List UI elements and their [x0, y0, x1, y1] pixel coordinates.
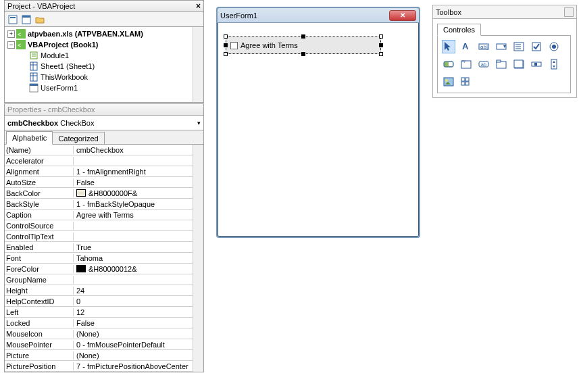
property-value[interactable]: 12 — [74, 308, 203, 316]
resize-handle[interactable] — [224, 34, 228, 39]
property-row[interactable]: BackColor&H8000000F& — [5, 188, 203, 199]
toolbox-grid: Aab|xyab — [437, 35, 571, 93]
property-name: Font — [5, 254, 74, 262]
refedit-icon[interactable] — [459, 75, 473, 89]
property-value[interactable]: 7 - fmPicturePositionAboveCenter — [74, 362, 203, 370]
property-row[interactable]: GroupName — [5, 274, 203, 285]
tab-categorized[interactable]: Categorized — [53, 132, 104, 145]
object-selector[interactable]: cmbCheckbox CheckBox ▾ — [4, 116, 204, 130]
property-row[interactable]: FontTahoma — [5, 253, 203, 264]
tab-alphabetic[interactable]: Alphabetic — [6, 131, 53, 145]
checkbox-box[interactable] — [230, 42, 238, 49]
property-row[interactable]: MousePointer0 - fmMousePointerDefault — [5, 339, 203, 350]
listbox-icon[interactable] — [512, 40, 526, 53]
svg-rect-18 — [30, 84, 38, 86]
property-row[interactable]: Alignment1 - fmAlignmentRight — [5, 166, 203, 177]
property-row[interactable]: ControlSource — [5, 220, 203, 231]
resize-handle[interactable] — [224, 43, 228, 47]
close-icon[interactable]: × — [195, 1, 202, 11]
properties-grid[interactable]: (Name)cmbCheckboxAcceleratorAlignment1 -… — [4, 144, 204, 372]
property-row[interactable]: ControlTipText — [5, 231, 203, 242]
property-value[interactable]: False — [74, 178, 203, 187]
commandbutton-icon[interactable]: ab — [477, 57, 490, 71]
vba-icon: < — [16, 29, 26, 39]
property-value[interactable]: &H8000000F& — [74, 189, 203, 197]
form-icon — [29, 83, 39, 93]
property-row[interactable]: HelpContextID0 — [5, 296, 203, 307]
property-value[interactable]: (None) — [74, 351, 203, 360]
combobox-icon[interactable] — [495, 40, 508, 53]
resize-handle[interactable] — [379, 43, 383, 47]
tree-item-label[interactable]: VBAProject (Book1) — [28, 41, 99, 49]
form-canvas[interactable]: Agree with Terms — [219, 24, 418, 238]
property-value[interactable]: 0 — [74, 297, 203, 305]
svg-rect-14 — [30, 73, 37, 81]
scrollbar[interactable] — [193, 27, 203, 102]
tree-toggle[interactable]: + — [7, 30, 15, 38]
property-value[interactable]: Tahoma — [74, 254, 203, 262]
optionbutton-icon[interactable] — [547, 40, 561, 53]
svg-rect-11 — [30, 62, 37, 70]
property-row[interactable]: ForeColor&H80000012& — [5, 264, 203, 274]
property-row[interactable]: Picture(None) — [5, 350, 203, 361]
tree-toggle[interactable]: − — [7, 41, 15, 49]
property-value[interactable]: (None) — [74, 330, 203, 338]
property-value[interactable]: 24 — [74, 287, 203, 295]
toolbox-tab[interactable]: Controles — [437, 24, 481, 36]
resize-handle[interactable] — [379, 34, 383, 39]
close-icon[interactable]: ✕ — [389, 10, 416, 21]
property-value[interactable]: 1 - fmAlignmentRight — [74, 168, 203, 176]
tree-item-label[interactable]: UserForm1 — [41, 84, 78, 92]
property-value[interactable]: Agree with Terms — [74, 211, 203, 219]
resize-handle[interactable] — [301, 52, 305, 56]
view-code-icon[interactable] — [7, 14, 18, 25]
scrollbar[interactable] — [193, 145, 203, 372]
resize-handle[interactable] — [224, 52, 228, 56]
property-row[interactable]: BackStyle1 - fmBackStyleOpaque — [5, 199, 203, 210]
tree-item-label[interactable]: atpvbaen.xls (ATPVBAEN.XLAM) — [28, 30, 143, 38]
tree-item-label[interactable]: ThisWorkbook — [41, 73, 88, 81]
view-object-icon[interactable] — [21, 14, 32, 25]
multipage-icon[interactable] — [512, 57, 526, 71]
textbox-icon[interactable]: ab| — [477, 40, 490, 53]
property-row[interactable]: PicturePosition7 - fmPicturePositionAbov… — [5, 361, 203, 372]
property-row[interactable]: EnabledTrue — [5, 242, 203, 253]
object-name: cmbCheckbox — [7, 119, 58, 127]
image-icon[interactable] — [442, 75, 455, 89]
checkbox-icon[interactable] — [530, 40, 543, 53]
frame-icon[interactable]: xy — [459, 57, 473, 71]
property-value[interactable]: False — [74, 319, 203, 327]
property-row[interactable]: (Name)cmbCheckbox — [5, 145, 203, 155]
folder-icon[interactable] — [34, 14, 45, 25]
tree-item-label[interactable]: Module1 — [41, 51, 69, 59]
property-value[interactable]: True — [74, 243, 203, 251]
tree-item-label[interactable]: Sheet1 (Sheet1) — [41, 62, 95, 70]
project-tree[interactable]: + < atpvbaen.xls (ATPVBAEN.XLAM) − < VBA… — [4, 27, 204, 103]
chevron-down-icon[interactable]: ▾ — [197, 120, 201, 126]
property-name: Picture — [5, 351, 74, 360]
select-arrow-icon[interactable] — [442, 40, 455, 53]
property-value[interactable]: 0 - fmMousePointerDefault — [74, 341, 203, 349]
tabstrip-icon[interactable] — [495, 57, 508, 71]
userform-designer[interactable]: UserForm1 ✕ Agree with Terms — [216, 7, 420, 238]
property-row[interactable]: Left12 — [5, 307, 203, 318]
togglebutton-icon[interactable] — [442, 57, 455, 71]
property-row[interactable]: LockedFalse — [5, 318, 203, 328]
spinbutton-icon[interactable] — [547, 57, 561, 71]
close-icon[interactable] — [564, 7, 574, 17]
property-value[interactable]: cmbCheckbox — [74, 146, 203, 154]
property-value[interactable]: 1 - fmBackStyleOpaque — [74, 200, 203, 208]
property-row[interactable]: AutoSizeFalse — [5, 177, 203, 188]
checkbox-control[interactable]: Agree with Terms — [226, 36, 381, 54]
property-row[interactable]: CaptionAgree with Terms — [5, 210, 203, 220]
label-icon[interactable]: A — [459, 40, 473, 53]
checkbox-caption: Agree with Terms — [241, 41, 298, 49]
scrollbar-icon[interactable] — [530, 57, 543, 71]
resize-handle[interactable] — [301, 34, 305, 39]
svg-text:ab: ab — [481, 62, 486, 67]
property-row[interactable]: Accelerator — [5, 155, 203, 166]
property-row[interactable]: MouseIcon(None) — [5, 328, 203, 339]
property-value[interactable]: &H80000012& — [74, 265, 203, 273]
resize-handle[interactable] — [379, 52, 383, 56]
property-row[interactable]: Height24 — [5, 285, 203, 296]
